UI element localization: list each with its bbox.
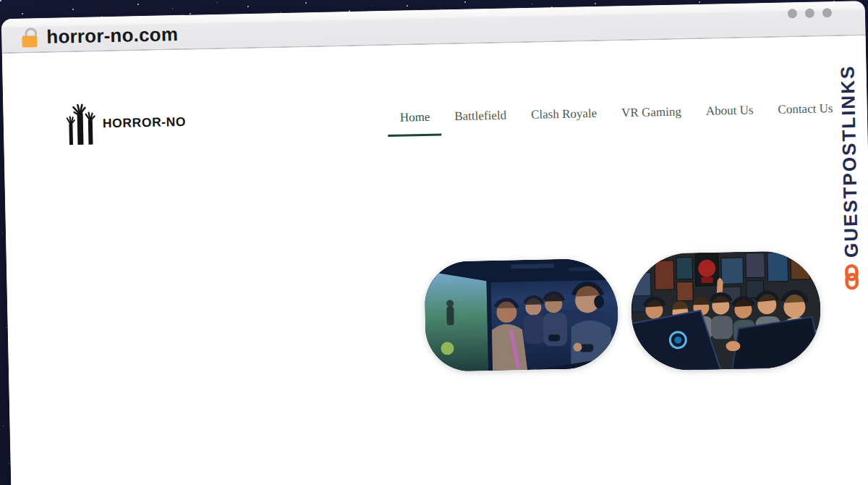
guestpostlinks-label: GUESTPOSTLINKS [836, 64, 863, 258]
site-logo[interactable]: HORROR-NO [64, 101, 186, 146]
nav-item-battlefield[interactable]: Battlefield [454, 109, 506, 124]
lock-icon [22, 28, 38, 47]
main-nav: Home Battlefield Clash Royale VR Gaming … [400, 101, 833, 125]
nav-item-vr-gaming[interactable]: VR Gaming [621, 105, 681, 121]
address-bar[interactable]: horror-no.com [22, 23, 178, 49]
hero-image-2 [630, 250, 822, 371]
window-controls [788, 8, 832, 18]
site-header: HORROR-NO Home Battlefield Clash Royale … [2, 35, 868, 162]
window-control-dot[interactable] [822, 8, 832, 17]
window-control-dot[interactable] [805, 9, 814, 18]
raised-hands-icon [64, 102, 98, 145]
hero-image-row [424, 250, 822, 376]
window-control-dot[interactable] [788, 9, 797, 18]
browser-window: horror-no.com [1, 1, 868, 485]
nav-item-about-us[interactable]: About Us [706, 103, 754, 118]
nav-item-home[interactable]: Home [400, 110, 430, 125]
page-content: HORROR-NO Home Battlefield Clash Royale … [2, 35, 868, 485]
hero-image-1 [424, 258, 619, 372]
chain-link-icon [839, 264, 864, 291]
lock-body [22, 35, 37, 47]
nav-item-clash-royale[interactable]: Clash Royale [531, 106, 597, 122]
logo-text: HORROR-NO [103, 114, 187, 130]
url-text[interactable]: horror-no.com [46, 23, 178, 48]
nav-item-contact-us[interactable]: Contact Us [778, 101, 833, 117]
guestpostlinks-banner[interactable]: GUESTPOSTLINKS [834, 64, 864, 290]
